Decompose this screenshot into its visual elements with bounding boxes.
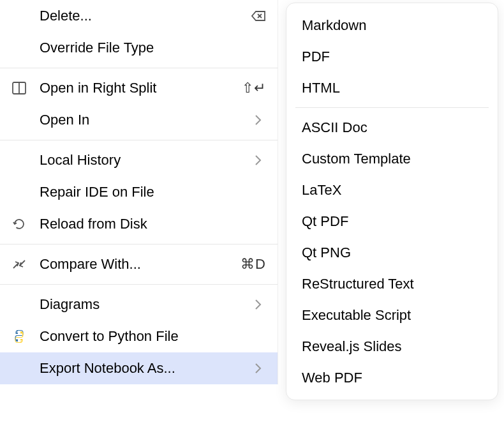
menu-item-convert-to-python-file[interactable]: Convert to Python File bbox=[0, 320, 278, 352]
menu-item-ascii-doc[interactable]: ASCII Doc bbox=[286, 112, 498, 143]
chevron-right-icon bbox=[251, 361, 266, 376]
menu-item-repair-ide-on-file[interactable]: Repair IDE on File bbox=[0, 176, 278, 208]
menu-item-open-in[interactable]: Open In bbox=[0, 104, 278, 136]
menu-item-label: Qt PNG bbox=[302, 245, 482, 261]
menu-item-label: Qt PDF bbox=[302, 213, 482, 230]
chevron-right-icon bbox=[251, 361, 266, 376]
menu-item-label: Convert to Python File bbox=[40, 328, 266, 345]
menu-item-reload-from-disk[interactable]: Reload from Disk bbox=[0, 208, 278, 240]
chevron-right-icon bbox=[251, 112, 266, 128]
split-icon bbox=[11, 80, 27, 96]
menu-item-label: Compare With... bbox=[40, 256, 235, 273]
menu-item-label: ReStructured Text bbox=[302, 276, 482, 292]
menu-item-latex[interactable]: LaTeX bbox=[286, 174, 498, 206]
menu-item-label: Override File Type bbox=[40, 40, 266, 56]
menu-item-custom-template[interactable]: Custom Template bbox=[286, 143, 498, 174]
menu-divider bbox=[0, 140, 278, 140]
menu-item-reveal-js-slides[interactable]: Reveal.js Slides bbox=[286, 331, 498, 362]
menu-divider bbox=[0, 244, 278, 245]
menu-divider bbox=[0, 68, 278, 68]
menu-item-open-in-right-split[interactable]: Open in Right Split⇧↵ bbox=[0, 72, 278, 104]
menu-item-label: Repair IDE on File bbox=[40, 184, 266, 200]
menu-item-label: Executable Script bbox=[302, 307, 482, 324]
menu-item-html[interactable]: HTML bbox=[286, 72, 498, 103]
menu-item-icon-slot bbox=[11, 216, 40, 232]
menu-item-qt-pdf[interactable]: Qt PDF bbox=[286, 206, 498, 237]
chevron-right-icon bbox=[251, 153, 266, 168]
reload-icon bbox=[11, 216, 27, 232]
menu-item-label: Local History bbox=[40, 152, 246, 169]
menu-item-label: Export Notebook As... bbox=[40, 360, 246, 377]
context-menu: Delete...Override File TypeOpen in Right… bbox=[0, 0, 278, 384]
menu-item-markdown[interactable]: Markdown bbox=[286, 10, 498, 41]
menu-item-restructured-text[interactable]: ReStructured Text bbox=[286, 268, 498, 299]
menu-item-icon-slot bbox=[11, 257, 40, 272]
menu-item-label: Delete... bbox=[40, 8, 246, 24]
chevron-right-icon bbox=[251, 297, 266, 312]
menu-item-label: Open In bbox=[40, 112, 246, 128]
chevron-right-icon bbox=[251, 112, 266, 128]
keyboard-shortcut: ⇧↵ bbox=[242, 80, 266, 96]
menu-item-compare-with[interactable]: Compare With...⌘D bbox=[0, 248, 278, 280]
menu-item-label: Open in Right Split bbox=[40, 80, 237, 96]
keyboard-shortcut: ⌘D bbox=[241, 256, 266, 273]
menu-item-web-pdf[interactable]: Web PDF bbox=[286, 362, 498, 393]
menu-item-executable-script[interactable]: Executable Script bbox=[286, 299, 498, 331]
compare-icon bbox=[11, 257, 27, 272]
menu-item-label: Diagrams bbox=[40, 296, 246, 313]
menu-item-label: Markdown bbox=[302, 17, 482, 34]
menu-item-label: Reveal.js Slides bbox=[302, 338, 482, 355]
menu-item-icon-slot bbox=[11, 80, 40, 96]
delete-x-icon bbox=[251, 8, 266, 24]
shortcut-icon-slot bbox=[251, 8, 266, 24]
menu-divider bbox=[295, 107, 489, 108]
menu-item-label: HTML bbox=[302, 80, 482, 96]
menu-item-label: LaTeX bbox=[302, 182, 482, 199]
menu-item-label: ASCII Doc bbox=[302, 119, 482, 136]
menu-item-qt-png[interactable]: Qt PNG bbox=[286, 237, 498, 268]
menu-item-label: Custom Template bbox=[302, 151, 482, 167]
menu-item-icon-slot bbox=[11, 329, 40, 344]
menu-item-local-history[interactable]: Local History bbox=[0, 144, 278, 176]
python-icon bbox=[11, 329, 27, 344]
chevron-right-icon bbox=[251, 153, 266, 168]
menu-item-override-file-type[interactable]: Override File Type bbox=[0, 32, 278, 64]
menu-item-label: Web PDF bbox=[302, 370, 482, 386]
export-submenu: MarkdownPDFHTMLASCII DocCustom TemplateL… bbox=[286, 3, 498, 400]
menu-item-pdf[interactable]: PDF bbox=[286, 41, 498, 72]
menu-item-diagrams[interactable]: Diagrams bbox=[0, 289, 278, 320]
menu-item-label: Reload from Disk bbox=[40, 216, 266, 232]
menu-divider bbox=[0, 284, 278, 285]
menu-item-export-notebook-as[interactable]: Export Notebook As... bbox=[0, 352, 278, 384]
chevron-right-icon bbox=[251, 297, 266, 312]
menu-item-delete[interactable]: Delete... bbox=[0, 0, 278, 32]
menu-item-label: PDF bbox=[302, 49, 482, 65]
